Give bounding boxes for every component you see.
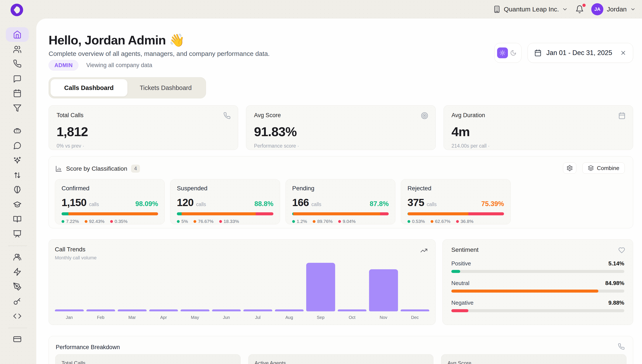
stat-note: Performance score ·	[254, 143, 428, 149]
green-dot	[292, 220, 295, 223]
tab-tickets-dashboard[interactable]: Tickets Dashboard	[127, 79, 204, 96]
heart-icon	[618, 247, 625, 254]
app-logo[interactable]	[10, 3, 24, 16]
trend-bar-feb[interactable]	[86, 310, 115, 311]
red-dot	[456, 220, 459, 223]
sidebar-item-users[interactable]	[6, 42, 29, 57]
trend-bar-dec[interactable]	[401, 310, 430, 311]
combine-button[interactable]: Combine	[582, 162, 625, 174]
classification-score: 88.8%	[254, 200, 273, 208]
trend-bar-jul[interactable]	[243, 310, 272, 311]
classification-card-rejected[interactable]: Rejected 375 calls 75.39% 0.53% 62.67% 3…	[401, 179, 511, 224]
classification-card-pending[interactable]: Pending 166 calls 87.8% 1.2% 89.76% 9.04…	[285, 179, 395, 224]
stat-card-total-calls: Total Calls 1,812 0% vs prev ·	[49, 105, 238, 150]
date-range-value: Jan 01 - Dec 31, 2025	[546, 49, 612, 57]
sidebar-item-developer[interactable]	[6, 309, 29, 324]
green-dot	[62, 220, 64, 223]
tab-calls-dashboard[interactable]: Calls Dashboard	[51, 79, 127, 96]
arrows-up-down-icon	[13, 171, 22, 180]
sidebar-item-filters[interactable]	[6, 101, 29, 116]
progress-fill	[451, 270, 460, 273]
sidebar-item-teams[interactable]	[6, 250, 29, 264]
call-trends-card: Call Trends Monthly call volume JanFebMa…	[49, 239, 436, 325]
trend-bar-nov[interactable]	[369, 269, 398, 311]
legend-value: 0.35%	[115, 219, 128, 224]
gear-icon	[566, 165, 573, 171]
date-range-picker[interactable]: Jan 01 - Dec 31, 2025	[528, 43, 633, 63]
sidebar-item-training[interactable]	[6, 197, 29, 212]
month-label: Jan	[55, 315, 84, 320]
notifications-button[interactable]	[575, 5, 584, 14]
stat-value: 1,812	[57, 124, 230, 139]
classification-cards: Confirmed 1,150 calls 98.09% 7.22% 92.43…	[55, 179, 511, 224]
trend-bar-apr[interactable]	[149, 310, 178, 311]
trend-bar-oct[interactable]	[338, 310, 367, 311]
classification-card-suspended[interactable]: Suspended 120 calls 88.8% 5% 76.67% 18.3…	[170, 179, 280, 224]
legend-value: 36.8%	[461, 219, 474, 224]
sidebar-item-chat[interactable]	[6, 138, 29, 153]
code-icon	[13, 312, 22, 320]
month-label: Dec	[401, 315, 430, 320]
trend-bar-jun[interactable]	[212, 310, 241, 311]
stat-note: 214.00s per call ·	[452, 143, 625, 149]
sidebar-item-calls[interactable]	[6, 56, 29, 71]
filter-icon	[13, 104, 22, 112]
trend-bar-may[interactable]	[181, 310, 209, 311]
trend-bar-jan[interactable]	[55, 310, 84, 311]
stat-card-avg-duration: Avg Duration 4m 214.00s per call ·	[444, 105, 633, 150]
legend-value: 7.22%	[66, 219, 79, 224]
legend-value: 5%	[181, 219, 188, 224]
orange-dot	[193, 220, 196, 223]
layers-icon	[588, 165, 594, 171]
user-menu[interactable]: JA Jordan	[591, 3, 636, 15]
performance-label: Total Calls	[62, 360, 234, 364]
theme-light-button[interactable]	[497, 48, 508, 58]
sidebar-item-messages[interactable]	[6, 72, 29, 86]
legend-value: 18.33%	[224, 219, 239, 224]
sidebar-item-library[interactable]	[6, 212, 29, 226]
trend-bar-mar[interactable]	[118, 310, 147, 311]
stat-cards: Total Calls 1,812 0% vs prev · Avg Score…	[49, 105, 633, 150]
sidebar-divider	[9, 328, 27, 328]
clear-date-button[interactable]	[620, 50, 626, 56]
sidebar-item-billing[interactable]	[6, 332, 29, 346]
sidebar-item-calendar[interactable]	[6, 86, 29, 100]
trend-bar-sep[interactable]	[306, 263, 335, 311]
sidebar-item-bot[interactable]	[6, 124, 29, 138]
legend-value: 89.76%	[317, 219, 333, 224]
sidebar-item-knowledge[interactable]	[6, 182, 29, 197]
sidebar-item-ai[interactable]	[6, 153, 29, 168]
sentiment-value: 5.14%	[608, 260, 624, 267]
chevron-down-icon	[630, 6, 636, 12]
sidebar-item-home[interactable]	[6, 27, 29, 42]
credit-card-icon	[13, 335, 22, 344]
sidebar-divider	[9, 246, 27, 246]
classification-name: Confirmed	[62, 185, 158, 192]
sidebar-item-transfers[interactable]	[6, 168, 29, 182]
book-open-icon	[13, 215, 22, 224]
theme-toggle[interactable]	[494, 43, 521, 63]
combine-label: Combine	[597, 165, 619, 172]
classification-score: 87.8%	[370, 200, 389, 208]
chevron-down-icon	[562, 6, 568, 12]
stat-note: 0% vs prev ·	[57, 143, 230, 149]
sidebar-item-presentations[interactable]	[6, 226, 29, 241]
progress-track	[451, 270, 624, 273]
month-label: Nov	[369, 315, 398, 320]
trend-bar-aug[interactable]	[275, 310, 304, 311]
bar-chart-icon	[55, 165, 62, 172]
classification-card-confirmed[interactable]: Confirmed 1,150 calls 98.09% 7.22% 92.43…	[55, 179, 165, 224]
performance-columns: Total Calls Active Agents Avg Score	[55, 354, 626, 364]
phone-icon	[223, 112, 231, 119]
sidebar-item-automations[interactable]	[6, 264, 29, 279]
classification-settings-button[interactable]	[563, 162, 576, 174]
user-name: Jordan	[607, 6, 627, 13]
theme-dark-button[interactable]	[510, 48, 519, 57]
page-subtitle: Complete overview of all agents, manager…	[49, 50, 270, 58]
close-icon	[620, 50, 626, 56]
sidebar-item-design[interactable]	[6, 279, 29, 294]
org-selector[interactable]: Quantum Leap Inc.	[493, 6, 568, 13]
message-circle-icon	[13, 141, 22, 150]
role-badge-note: Viewing all company data	[86, 62, 152, 68]
sidebar-item-keys[interactable]	[6, 294, 29, 309]
